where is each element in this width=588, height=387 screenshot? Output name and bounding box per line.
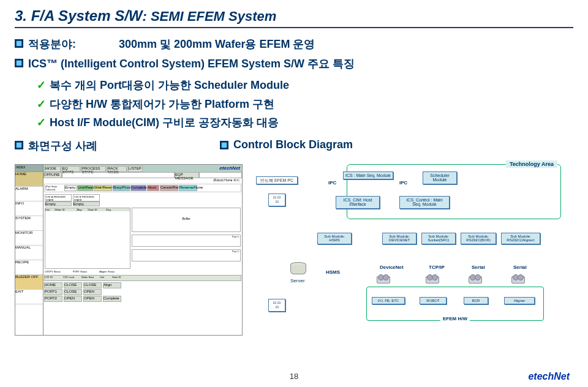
- ipc-label2: IPC: [399, 180, 407, 186]
- section1-label: 적용분야:: [28, 37, 76, 51]
- ics-box: ICS : Main Seq. Module: [343, 171, 393, 180]
- state-cancel: Cancel/Remove: [160, 185, 178, 191]
- scheduler-box: Scheduler Module: [423, 171, 457, 184]
- svg-rect-1: [17, 41, 21, 46]
- sidebar: INDEX HOME ALARM INFO SYSTEM MONITOR MAN…: [15, 165, 43, 335]
- serial-label2: Serial: [513, 265, 527, 270]
- sub-hsms-box: Sub Module: HSMS: [317, 233, 352, 244]
- state-reserve: Reserve/None: [179, 185, 197, 191]
- nav-info[interactable]: INFO: [15, 201, 43, 216]
- section2-heading: ICS™ (Intelligent Control System) EFEM S…: [28, 56, 355, 71]
- home-btn[interactable]: HOME: [44, 282, 62, 288]
- sub-socket-box: Sub Module: Socket(SRC): [421, 233, 456, 244]
- svg-rect-5: [17, 143, 21, 148]
- page-number: 18: [0, 372, 588, 381]
- footer-brand: etechNet: [528, 371, 570, 382]
- port-area: Port 1 :: [132, 235, 241, 247]
- section-features: ICS™ (Intelligent Control System) EFEM S…: [15, 56, 573, 71]
- sub-rs-aligner-box: Sub Module: RS232C(Aligner): [501, 233, 540, 244]
- cst-a: CST A PROCESS STATE: [45, 194, 72, 201]
- feature-item: 복수 개의 Port대응이 가능한 Scheduler Module: [50, 76, 289, 95]
- nav-monitor[interactable]: MONITOR: [15, 231, 43, 246]
- buffer-area: Buffer: [132, 208, 241, 232]
- state-colors: (Port State Colorset): [45, 185, 64, 191]
- bcr-box: BCR: [464, 297, 488, 305]
- cst-empty2: Empty: [73, 201, 100, 206]
- ipc-label: IPC: [328, 180, 336, 186]
- nav-buzzer[interactable]: BUZZER OFF: [15, 275, 43, 290]
- top-btn[interactable]: PROCESS STATE: [81, 166, 106, 172]
- grid2-header: CST ID CST Load Wafer Exist Unit State I…: [44, 275, 241, 281]
- aligner-box: Aligner: [504, 297, 535, 305]
- wafer-grid: Unit Wafer ID Map State ID Rcp: [45, 208, 130, 269]
- hub-icon: [426, 276, 439, 284]
- placeholder-box: ㅁㅁㅁ: [268, 194, 285, 206]
- tech-area-label: Technology Area: [506, 160, 557, 168]
- check-icon: ✓: [37, 95, 46, 114]
- svg-rect-7: [222, 143, 227, 148]
- state-complete: Complete: [130, 185, 146, 191]
- nav-home[interactable]: HOME: [15, 172, 43, 187]
- efem-hw-area: I/O, FB, ETC ROBOT BCR Aligner EFEM H/W: [366, 287, 544, 321]
- io-box: I/O, FB, ETC: [372, 297, 405, 305]
- cst-empty: Empty: [45, 201, 72, 206]
- nav-exit[interactable]: EXIT: [15, 290, 43, 304]
- state-abort: Abort: [147, 185, 159, 191]
- feature-item: 다양한 H/W 통합제어가 가능한 Platform 구현: [50, 95, 274, 114]
- ics-cim-box: ICS_CIM: Host Interface: [336, 196, 380, 209]
- feature-item: Host I/F Module(CIM) 구비로 공장자동화 대응: [50, 113, 279, 132]
- ics-control-box: ICS_Control : Main Seq. Module: [399, 196, 450, 209]
- server-label: Server: [290, 278, 305, 284]
- check-icon: ✓: [37, 113, 46, 132]
- bullet-icon: [15, 141, 23, 149]
- bullet-icon: [220, 141, 228, 149]
- robot-label: (Robot) Home 위치: [43, 178, 242, 183]
- top-btn[interactable]: L/STEP: [128, 166, 143, 172]
- sub-rs-bcr-box: Sub Module: RS232C(BCR): [461, 233, 496, 244]
- ui-screenshot: INDEX HOME ALARM INFO SYSTEM MONITOR MAN…: [15, 164, 243, 336]
- hsms-label: HSMS: [326, 269, 340, 275]
- bullet-icon: [15, 59, 23, 67]
- server-icon: [290, 262, 306, 276]
- cst-b: CST B PROCESS STATE: [73, 194, 100, 201]
- offline-btn[interactable]: OFFLINE: [43, 172, 62, 178]
- section-screens: 화면구성 사례: [15, 138, 97, 153]
- bullet-icon: [15, 39, 23, 48]
- section1-value: 300mm 및 200mm Wafer용 EFEM 운영: [119, 37, 315, 51]
- hub-icon: [377, 276, 390, 284]
- state-ready: Unk/Ready: [77, 185, 93, 191]
- msg-field2: [199, 172, 242, 178]
- nav-manual[interactable]: MANUAL: [15, 246, 43, 260]
- title-prefix: 3. F/A System S/W: [15, 7, 143, 24]
- efem-pc-box: 반도체 EFEM PC: [256, 176, 298, 185]
- state-empty: Empty: [64, 185, 77, 191]
- svg-rect-3: [17, 61, 21, 66]
- hub-icon: [511, 276, 525, 284]
- state-busy: Busy/Processing: [113, 185, 130, 191]
- efem-hw-label: EFEM H/W: [440, 316, 470, 321]
- brand: etechNet: [217, 165, 242, 172]
- page-title: 3. F/A System S/W: SEMI EFEM System: [15, 7, 573, 28]
- nav-alarm[interactable]: ALARM: [15, 187, 43, 201]
- section3-label: 화면구성 사례: [28, 138, 97, 153]
- msg-field: [62, 172, 175, 178]
- top-btn[interactable]: RACK MODE: [107, 166, 127, 172]
- feature-list: ✓복수 개의 Port대응이 가능한 Scheduler Module ✓다양한…: [15, 76, 573, 132]
- robot-box: ROBOT: [420, 297, 447, 305]
- state-wait: Wait/Reserve: [94, 185, 112, 191]
- index-label: INDEX: [15, 165, 43, 172]
- placeholder-box2: ㅁㅁㅁ: [268, 299, 285, 312]
- eqp-btn[interactable]: EQP MESSAGE: [175, 172, 199, 178]
- section-application: 적용분야: 300mm 및 200mm Wafer용 EFEM 운영: [15, 37, 573, 51]
- devicenet-label: DeviceNet: [380, 265, 404, 270]
- control-block-diagram: Technology Area 반도체 EFEM PC ㅁㅁㅁ IPC ICS …: [250, 164, 573, 336]
- title-suffix: : SEMI EFEM System: [143, 9, 277, 24]
- sub-devicenet-box: Sub Module: DEVICENET: [382, 233, 417, 244]
- section-diagram: Control Block Diagram: [220, 138, 353, 153]
- serial-label: Serial: [472, 265, 485, 270]
- nav-recipe[interactable]: RECIPE: [15, 260, 43, 275]
- top-btn[interactable]: MODE: [45, 166, 61, 172]
- top-btn[interactable]: EQ STATE: [62, 166, 80, 172]
- port-area2: Port 2 :: [132, 249, 241, 261]
- nav-system[interactable]: SYSTEM: [15, 216, 43, 231]
